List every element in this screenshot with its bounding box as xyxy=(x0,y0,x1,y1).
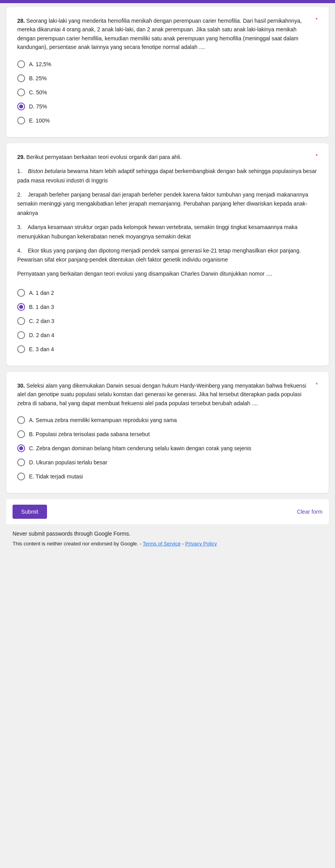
submit-button[interactable]: Submit xyxy=(13,505,47,519)
disclaimer-prefix: This content is neither created nor endo… xyxy=(13,541,141,547)
question-number-28: 28. xyxy=(17,18,25,24)
option-30d[interactable]: D. Ukuran populasi terlalu besar xyxy=(17,455,318,469)
option-label-30d: D. Ukuran populasi terlalu besar xyxy=(29,459,107,466)
option-label-30e: E. Tidak terjadi mutasi xyxy=(29,473,83,480)
option-label-30a: A. Semua zebra memiliki kemampuan reprod… xyxy=(29,417,177,423)
option-label-29e: E. 3 dan 4 xyxy=(29,346,54,352)
biston-betularia: Biston betularia xyxy=(28,168,66,174)
num-29-4: 4. xyxy=(17,247,26,254)
option-28d[interactable]: D. 75% xyxy=(17,99,318,114)
privacy-policy-link[interactable]: Privacy Policy xyxy=(185,541,217,547)
radio-29c[interactable] xyxy=(17,317,25,325)
radio-30a[interactable] xyxy=(17,416,25,424)
radio-29d[interactable] xyxy=(17,331,25,339)
question-number-29: 29. xyxy=(17,154,25,160)
option-30e[interactable]: E. Tidak terjadi mutasi xyxy=(17,469,318,484)
option-30b[interactable]: B. Populasi zebra terisolasi pada sabana… xyxy=(17,427,318,441)
question-body-28: Seorang laki-laki yang menderita hemofil… xyxy=(17,18,302,50)
option-label-29a: A. 1 dan 2 xyxy=(29,290,54,296)
option-28c[interactable]: C. 50% xyxy=(17,85,318,99)
radio-inner-30c xyxy=(19,446,23,450)
radio-inner-28d xyxy=(19,105,23,108)
question-card-30: 30. Seleksi alam yang dikemukakan Darwin… xyxy=(6,372,329,493)
option-28b[interactable]: B. 25% xyxy=(17,71,318,85)
radio-28d[interactable] xyxy=(17,103,25,110)
option-28e[interactable]: E. 100% xyxy=(17,114,318,128)
option-label-29c: C. 2 dan 3 xyxy=(29,318,54,324)
question-text-30: 30. Seleksi alam yang dikemukakan Darwin… xyxy=(17,381,313,408)
question-conclusion-29: Pernyataan yang berkaitan dengan teori e… xyxy=(17,269,318,279)
num-29-3: 3. xyxy=(17,224,26,230)
option-label-29b: B. 1 dan 3 xyxy=(29,304,54,310)
radio-inner-29b xyxy=(19,305,23,309)
numbered-item-29-1: 1. Biston betularia bewarna hitam lebih … xyxy=(17,167,318,186)
question-number-30: 30. xyxy=(17,383,25,389)
question-body-29: 1. Biston betularia bewarna hitam lebih … xyxy=(17,167,318,279)
option-30c[interactable]: C. Zebra dengan dominan belang hitam cen… xyxy=(17,441,318,455)
disclaimer-separator: - xyxy=(182,541,184,547)
option-label-28e: E. 100% xyxy=(29,117,50,124)
numbered-item-29-2: 2. Jerapah berleher panjang berasal dari… xyxy=(17,190,318,218)
option-28a[interactable]: A. 12,5% xyxy=(17,57,318,71)
radio-28e[interactable] xyxy=(17,117,25,125)
required-star-29: * xyxy=(316,153,318,159)
text-29-2: Jerapah berleher panjang berasal dari je… xyxy=(17,191,308,217)
option-label-28a: A. 12,5% xyxy=(29,61,51,67)
options-list-29: A. 1 dan 2 B. 1 dan 3 C. 2 dan 3 D. 2 da… xyxy=(17,286,318,356)
page-container: 28. Seorang laki-laki yang menderita hem… xyxy=(0,3,335,562)
bottom-action-bar: Submit Clear form xyxy=(6,499,329,524)
num-29-2: 2. xyxy=(17,191,26,198)
question-card-28: 28. Seorang laki-laki yang menderita hem… xyxy=(6,7,329,137)
question-text-28: 28. Seorang laki-laki yang menderita hem… xyxy=(17,16,313,52)
option-label-28b: B. 25% xyxy=(29,75,47,81)
top-bar xyxy=(0,0,335,3)
radio-29a[interactable] xyxy=(17,289,25,297)
option-29a[interactable]: A. 1 dan 2 xyxy=(17,286,318,300)
clear-form-button[interactable]: Clear form xyxy=(297,509,322,515)
radio-30c[interactable] xyxy=(17,444,25,452)
required-star-30: * xyxy=(316,381,318,388)
radio-30e[interactable] xyxy=(17,473,25,480)
footer-warning: Never submit passwords through Google Fo… xyxy=(13,531,322,537)
options-list-30: A. Semua zebra memiliki kemampuan reprod… xyxy=(17,413,318,484)
footer-disclaimer: This content is neither created nor endo… xyxy=(13,540,322,548)
footer-section: Never submit passwords through Google Fo… xyxy=(6,524,329,554)
option-label-30c: C. Zebra dengan dominan belang hitam cen… xyxy=(29,445,251,451)
question-body-text-30: Seleksi alam yang dikemukakan Darwin ses… xyxy=(17,383,306,406)
text-29-3: Adanya kesamaan struktur organ pada kelo… xyxy=(17,224,297,240)
option-label-29d: D. 2 dan 4 xyxy=(29,332,54,338)
option-30a[interactable]: A. Semua zebra memiliki kemampuan reprod… xyxy=(17,413,318,427)
text-29-4: Ekor tikus yang panjang dan dipotong men… xyxy=(17,247,301,263)
option-label-28c: C. 50% xyxy=(29,89,47,96)
question-text-29: 29. Berikut pernyataan berkaitan teori e… xyxy=(17,153,313,161)
option-29c[interactable]: C. 2 dan 3 xyxy=(17,314,318,328)
question-intro-29: Berikut pernyataan berkaitan teori evolu… xyxy=(26,154,181,160)
radio-30b[interactable] xyxy=(17,430,25,438)
numbered-item-29-3: 3. Adanya kesamaan struktur organ pada k… xyxy=(17,223,318,242)
option-label-30b: B. Populasi zebra terisolasi pada sabana… xyxy=(29,431,150,437)
option-label-28d: D. 75% xyxy=(29,103,47,110)
options-list-28: A. 12,5% B. 25% C. 50% D. 75% xyxy=(17,57,318,128)
num-29-1: 1. xyxy=(17,168,26,174)
radio-28c[interactable] xyxy=(17,88,25,96)
radio-28a[interactable] xyxy=(17,60,25,68)
option-29d[interactable]: D. 2 dan 4 xyxy=(17,328,318,342)
question-card-29: 29. Berikut pernyataan berkaitan teori e… xyxy=(6,143,329,366)
terms-of-service-link[interactable]: Terms of Service xyxy=(143,541,181,547)
option-29b[interactable]: B. 1 dan 3 xyxy=(17,300,318,314)
question-header-29: 29. Berikut pernyataan berkaitan teori e… xyxy=(17,153,318,161)
required-star-28: * xyxy=(316,16,318,23)
radio-30d[interactable] xyxy=(17,458,25,466)
radio-29e[interactable] xyxy=(17,345,25,353)
radio-29b[interactable] xyxy=(17,303,25,311)
question-header-30: 30. Seleksi alam yang dikemukakan Darwin… xyxy=(17,381,318,408)
radio-28b[interactable] xyxy=(17,74,25,82)
numbered-item-29-4: 4. Ekor tikus yang panjang dan dipotong … xyxy=(17,246,318,265)
option-29e[interactable]: E. 3 dan 4 xyxy=(17,342,318,356)
question-header-28: 28. Seorang laki-laki yang menderita hem… xyxy=(17,16,318,52)
